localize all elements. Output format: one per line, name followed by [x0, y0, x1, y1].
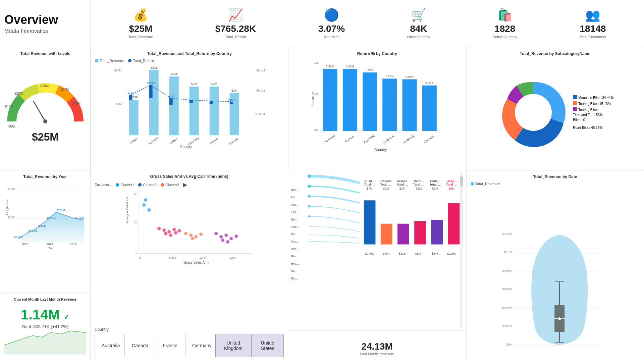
- matrix-col-headers: Austr...Total_... CanadaTotal_... France…: [361, 173, 460, 186]
- scatter-section: Gross Sales Amt vs Avg Call Time (mins) …: [91, 170, 288, 360]
- kpi-customers-value: 18148: [580, 23, 606, 34]
- svg-text:$0.62M: $0.62M: [38, 224, 46, 227]
- kpi-return-label: Total_Return: [225, 35, 246, 39]
- svg-rect-58: [422, 86, 437, 131]
- svg-text:France: France: [344, 135, 355, 143]
- revenue-legend: Total_Revenue Total_Return: [95, 59, 284, 63]
- svg-text:United: United: [169, 137, 178, 145]
- donut-title: Total_Revenue by SubcategoryName: [471, 51, 640, 56]
- return-pct-chart: 4% 2% 0% Return % 3.43% 3.43% 3.24% 2.90…: [292, 59, 462, 153]
- svg-rect-127: [415, 221, 426, 244]
- svg-text:$0.2M: $0.2M: [257, 89, 265, 92]
- kpi-customers-label: Total Customers: [580, 35, 606, 39]
- svg-text:Canada: Canada: [228, 137, 239, 145]
- svg-point-121: [308, 195, 311, 198]
- svg-text:3.24%: 3.24%: [366, 68, 374, 72]
- svg-text:Country: Country: [180, 145, 192, 149]
- kpi-revenue-value: $25M: [129, 23, 152, 34]
- svg-point-109: [194, 235, 198, 239]
- legend-return-dot: [128, 59, 131, 62]
- svg-point-104: [169, 234, 172, 237]
- country-btn-us[interactable]: United States: [251, 334, 284, 357]
- svg-text:Australia: Australia: [363, 134, 376, 144]
- svg-text:Canada: Canada: [423, 134, 435, 144]
- kpi-return-qty-label: ReturnQuantity: [492, 35, 517, 39]
- current-month-chart: 1.14M ✓ Goal: 808.71K (+41.2%): [4, 304, 86, 356]
- svg-text:2.52%: 2.52%: [425, 81, 434, 85]
- legend-tires-pct: Tires and T... 1.53%: [573, 113, 613, 117]
- matrix-content: Roa... Mo... Tou... Tire... Hel... Jers.…: [291, 173, 463, 327]
- svg-text:$0.1M: $0.1M: [504, 251, 512, 254]
- svg-point-99: [157, 227, 161, 230]
- svg-text:United K.: United K.: [383, 134, 396, 145]
- matrix-panel: Roa... Mo... Tou... Tire... Hel... Jers.…: [288, 170, 466, 330]
- svg-text:2%: 2%: [314, 92, 319, 96]
- svg-text:$0.06M: $0.06M: [502, 288, 512, 291]
- svg-rect-128: [431, 220, 443, 244]
- svg-text:$10M: $10M: [114, 69, 122, 72]
- country-filter-buttons[interactable]: Australia Canada France Germany United K…: [95, 334, 284, 357]
- svg-text:0.5M: 0.5M: [169, 256, 176, 259]
- svg-point-98: [147, 208, 151, 212]
- customers-icon: 👥: [585, 8, 600, 22]
- svg-text:$0.5M: $0.5M: [7, 216, 15, 219]
- svg-text:$0.77M: $0.77M: [47, 216, 56, 219]
- svg-point-123: [308, 215, 310, 217]
- country-btn-australia[interactable]: Australia: [95, 334, 125, 357]
- kpi-return-value: $765.28K: [215, 23, 256, 34]
- matrix-section: Roa... Mo... Tou... Tire... Hel... Jers.…: [288, 170, 466, 360]
- kpi-bar: 💰 $25M Total_Revenue 📈 $765.28K Total_Re…: [91, 0, 644, 47]
- country-btn-uk[interactable]: United Kingdom: [215, 334, 251, 357]
- svg-point-107: [184, 232, 187, 235]
- current-month-title: Current Month Last Month Revenue: [4, 297, 86, 301]
- legend-total-revenue: Total_Revenue: [95, 59, 124, 63]
- svg-text:$3M: $3M: [191, 82, 197, 86]
- svg-rect-54: [383, 79, 397, 131]
- violin-legend-dot: [471, 182, 474, 186]
- svg-text:$0.38M: $0.38M: [14, 236, 23, 239]
- svg-text:Germany: Germany: [323, 134, 336, 144]
- svg-point-110: [199, 233, 203, 236]
- gauge-value: $25M: [32, 131, 59, 143]
- svg-point-111: [191, 237, 194, 240]
- svg-rect-23: [169, 98, 173, 105]
- svg-text:$0.91M: $0.91M: [57, 209, 65, 212]
- return-pct-panel: Return % by Country 4% 2% 0% Return % 3.…: [288, 47, 466, 170]
- pct-icon: 🔵: [324, 8, 339, 22]
- svg-text:France: France: [209, 137, 219, 145]
- svg-text:Germany: Germany: [187, 136, 200, 146]
- svg-text:$37M: $37M: [60, 88, 69, 91]
- svg-text:Total_Revenue: Total_Revenue: [6, 199, 9, 215]
- country-btn-france[interactable]: France: [155, 334, 185, 357]
- svg-text:$84K: $84K: [127, 92, 134, 95]
- scatter-expand-icon[interactable]: ▶: [183, 182, 187, 188]
- svg-text:Gross Sales Amt: Gross Sales Amt: [183, 261, 209, 264]
- svg-text:0%: 0%: [314, 128, 319, 132]
- svg-point-101: [167, 230, 171, 234]
- last-month-section: 24.13M Last Month Revenue: [288, 330, 466, 360]
- svg-text:Country: Country: [374, 148, 387, 152]
- svg-text:3.43%: 3.43%: [326, 65, 334, 68]
- return-pct-title: Return % by Country: [292, 51, 462, 56]
- svg-point-1: [43, 119, 47, 123]
- country-filter-label: Country: [95, 327, 284, 332]
- country-btn-germany[interactable]: Germany: [185, 334, 215, 357]
- country-btn-canada[interactable]: Canada: [125, 334, 155, 357]
- matrix-scrollbar[interactable]: [460, 173, 463, 327]
- gauge-panel: Total Revenue with Levels: [0, 47, 91, 170]
- scatter-panel: Gross Sales Amt vs Avg Call Time (mins) …: [91, 170, 288, 324]
- svg-text:2.88%: 2.88%: [406, 75, 414, 79]
- svg-rect-28: [210, 87, 219, 135]
- svg-text:United: United: [128, 137, 138, 145]
- svg-point-116: [234, 235, 238, 238]
- svg-point-117: [221, 239, 224, 242]
- svg-rect-126: [397, 224, 409, 245]
- svg-point-113: [219, 235, 223, 239]
- svg-point-102: [172, 228, 176, 231]
- svg-text:$30M: $30M: [40, 84, 49, 88]
- legend-mountain: Mountain Bikes 34.44%: [573, 95, 613, 100]
- svg-text:$0.12M: $0.12M: [502, 232, 512, 236]
- svg-point-96: [144, 198, 147, 202]
- svg-point-114: [224, 234, 228, 237]
- legend-road: Road Bikes 45.33%: [573, 126, 613, 130]
